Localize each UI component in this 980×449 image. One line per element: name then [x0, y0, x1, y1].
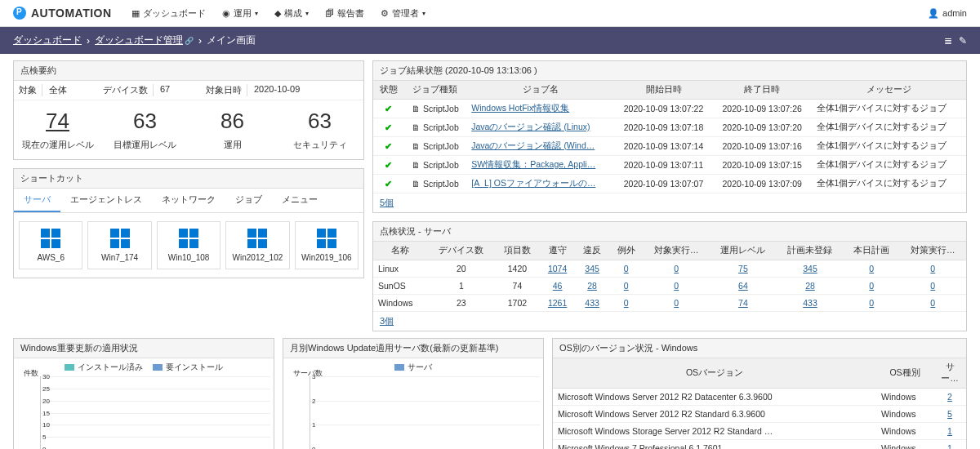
breadcrumb-dashboard[interactable]: ダッシュボード: [13, 33, 82, 47]
th-srv[interactable]: サー…: [933, 358, 966, 389]
count-link[interactable]: 433: [803, 298, 817, 308]
count-link[interactable]: 0: [624, 298, 629, 308]
th-status[interactable]: 状態: [373, 81, 403, 100]
th-msg[interactable]: メッセージ: [812, 81, 966, 100]
th-type[interactable]: ジョブ種類: [403, 81, 466, 100]
metric-operation: 86 運用: [189, 100, 276, 159]
user-menu[interactable]: 👤 admin: [928, 8, 967, 19]
nav-config[interactable]: ◆ 構成 ▾: [274, 7, 309, 20]
count-link[interactable]: 345: [585, 264, 599, 273]
th-oplvl[interactable]: 運用レベル: [710, 242, 777, 260]
count-link[interactable]: 1: [947, 426, 952, 436]
shortcut-item[interactable]: AWS_6: [19, 221, 82, 269]
th-except[interactable]: 例外: [609, 242, 644, 260]
th-items[interactable]: 項目数: [495, 242, 540, 260]
metric-target-level-label: 目標運用レベル: [105, 139, 185, 151]
tab-job[interactable]: ジョブ: [225, 189, 272, 212]
count-link[interactable]: 0: [624, 264, 629, 273]
job-link[interactable]: Javaのバージョン確認 (Wind…: [471, 140, 595, 150]
breadcrumb-manage[interactable]: ダッシュボード管理: [95, 33, 183, 47]
job-link[interactable]: [A_L] OSファイアウォールの…: [471, 178, 595, 188]
count-link[interactable]: 433: [585, 298, 599, 308]
count-link[interactable]: 0: [624, 281, 629, 291]
tab-agentless[interactable]: エージェントレス: [60, 189, 152, 212]
shortcut-item[interactable]: Win7_174: [87, 221, 151, 269]
chart-panel-2: 月別Windows Update適用サーバ数(最新の更新基準) サーバサーバ数0…: [283, 338, 544, 449]
tab-menu[interactable]: メニュー: [272, 189, 327, 212]
device-label: デバイス数: [103, 84, 154, 96]
count-link[interactable]: 75: [738, 264, 748, 273]
count-link[interactable]: 74: [738, 298, 748, 308]
job-link[interactable]: Javaのバージョン確認 (Linux): [471, 122, 590, 131]
count-link[interactable]: 5: [947, 409, 952, 419]
th-target-exec2[interactable]: 対策実行…: [900, 242, 966, 260]
chart-legend: サーバ: [287, 362, 540, 373]
count-link[interactable]: 0: [674, 298, 679, 308]
nav-report[interactable]: 🗐 報告書: [325, 7, 364, 20]
count-link[interactable]: 0: [930, 298, 935, 308]
summary-panel: 点検要約 対象 全体 デバイス数 67 対象日時 2020-10-09 74 現…: [13, 60, 364, 160]
nav-dashboard-label: ダッシュボード: [143, 7, 206, 20]
th-comply[interactable]: 遵守: [540, 242, 575, 260]
job-link[interactable]: SW情報収集：Package, Appli…: [471, 159, 595, 169]
th-start[interactable]: 開始日時: [614, 81, 713, 100]
windows-icon: [247, 229, 267, 248]
count-link[interactable]: 0: [674, 264, 679, 273]
count-link[interactable]: 0: [674, 281, 679, 291]
count-link[interactable]: 1074: [548, 264, 567, 273]
ospanel-title: OS別のバージョン状況 - Windows: [553, 339, 966, 358]
inspect-title: 点検状況 - サーバ: [373, 222, 966, 242]
count-link[interactable]: 0: [869, 264, 874, 273]
count-link[interactable]: 64: [738, 281, 748, 291]
count-link[interactable]: 28: [805, 281, 815, 291]
list-icon[interactable]: ≣: [944, 35, 952, 47]
count-link[interactable]: 46: [553, 281, 563, 291]
count-link[interactable]: 345: [803, 264, 817, 273]
nav-operation[interactable]: ◉ 運用 ▾: [222, 7, 258, 20]
nav-dashboard[interactable]: ▦ ダッシュボード: [131, 7, 206, 20]
th-violate[interactable]: 違反: [575, 242, 609, 260]
nav-admin[interactable]: ⚙ 管理者 ▾: [381, 7, 425, 20]
th-name[interactable]: 名称: [373, 242, 428, 260]
summary-title: 点検要約: [14, 61, 363, 81]
count-link[interactable]: 0: [869, 281, 874, 291]
count-link[interactable]: 1: [947, 443, 952, 449]
tab-server[interactable]: サーバ: [14, 189, 60, 212]
count-link[interactable]: 0: [930, 264, 935, 273]
shortcut-item[interactable]: Win2019_106: [295, 221, 359, 269]
shortcut-item[interactable]: Win10_108: [157, 221, 220, 269]
count-link[interactable]: 0: [930, 281, 935, 291]
count-link[interactable]: 1261: [548, 298, 567, 308]
metric-security: 63 セキュリティ: [276, 100, 363, 159]
chart2: サーバサーバ数0123前へ2019-122020-022020-042020-0…: [283, 358, 543, 449]
count-link[interactable]: 28: [587, 281, 597, 291]
th-end[interactable]: 終了日時: [713, 81, 812, 100]
nav-report-label: 報告書: [337, 7, 364, 20]
inspect-footer[interactable]: 3個: [373, 312, 400, 331]
count-link[interactable]: 0: [869, 298, 874, 308]
status-ok-icon: ✔: [385, 122, 392, 132]
th-unreg[interactable]: 計画未登録: [777, 242, 844, 260]
edit-icon[interactable]: ✎: [959, 35, 967, 47]
th-ostype[interactable]: OS種別: [876, 358, 933, 389]
th-name[interactable]: ジョブ名: [466, 81, 614, 100]
job-link[interactable]: Windows HotFix情報収集: [471, 103, 569, 113]
th-today[interactable]: 本日計画: [844, 242, 900, 260]
nav-operation-label: 運用: [234, 7, 252, 20]
table-row: Microsoft Windows Storage Server 2012 R2…: [553, 423, 966, 440]
nav-admin-label: 管理者: [392, 7, 419, 20]
th-osver[interactable]: OSバージョン: [553, 358, 876, 389]
tab-network[interactable]: ネットワーク: [152, 189, 225, 212]
th-target-exec[interactable]: 対象実行…: [644, 242, 710, 260]
shortcut-item[interactable]: Win2012_102: [225, 221, 289, 269]
jobresult-table: 状態 ジョブ種類 ジョブ名 開始日時 終了日時 メッセージ ✔🗎 ScriptJ…: [373, 81, 966, 193]
yaxis-label: 件数: [24, 368, 38, 379]
table-row: ✔🗎 ScriptJobSW情報収集：Package, Appli…2020-1…: [373, 156, 966, 175]
right-column: ジョブ結果状態 (2020-10-09 13:13:06 ) 状態 ジョブ種類 …: [372, 60, 967, 331]
th-devices[interactable]: デバイス数: [428, 242, 495, 260]
count-link[interactable]: 2: [947, 392, 952, 402]
table-row: Windows2317021261433007443300: [373, 295, 966, 312]
metric-target-level: 63 目標運用レベル: [101, 100, 189, 159]
jobresult-footer[interactable]: 5個: [373, 193, 400, 212]
shortcut-label: AWS_6: [21, 253, 80, 262]
